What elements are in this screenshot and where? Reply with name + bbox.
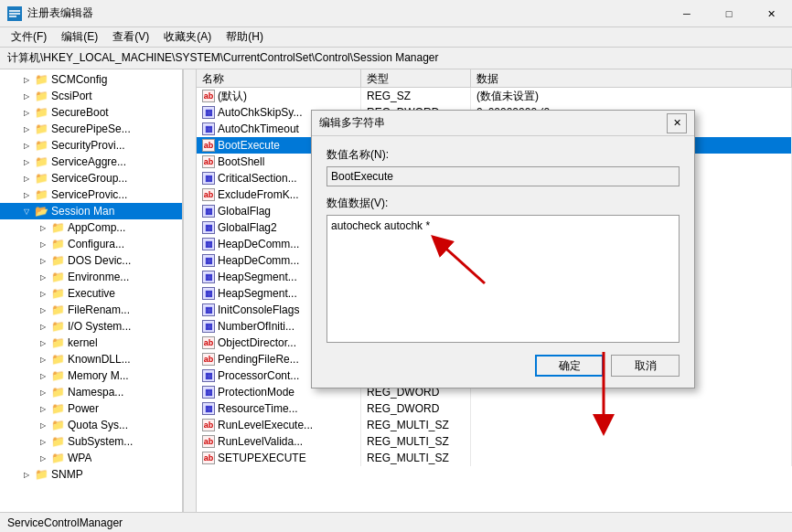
tree-item-subsystem[interactable]: ▷ 📁 SubSystem... xyxy=(0,433,182,450)
reg-type-icon: ▦ xyxy=(202,386,215,399)
tree-item-namespa[interactable]: ▷ 📁 Namespa... xyxy=(0,384,182,400)
maximize-button[interactable]: □ xyxy=(708,0,750,27)
tree-item-filerename[interactable]: ▷ 📁 FileRenam... xyxy=(0,302,182,318)
tree-item-power[interactable]: ▷ 📁 Power xyxy=(0,400,182,417)
reg-name: ResourceTime... xyxy=(218,402,298,415)
menu-file[interactable]: 文件(F) xyxy=(4,27,54,47)
address-bar: 计算机\HKEY_LOCAL_MACHINE\SYSTEM\CurrentCon… xyxy=(0,48,792,69)
expand-icon: ▷ xyxy=(20,122,33,135)
reg-type-icon: ab xyxy=(202,435,215,448)
col-name: 名称 xyxy=(197,69,361,87)
svg-rect-2 xyxy=(9,13,20,15)
reg-type-icon: ▦ xyxy=(202,205,215,218)
svg-rect-3 xyxy=(9,16,16,17)
menu-favorites[interactable]: 收藏夹(A) xyxy=(156,27,219,47)
tree-item-knowndll[interactable]: ▷ 📁 KnownDLL... xyxy=(0,351,182,367)
tree-item-securityprov[interactable]: ▷ 📁 SecurityProvi... xyxy=(0,137,182,154)
reg-name: RunLevelExecute... xyxy=(218,419,313,431)
status-bar: ServiceControlManager xyxy=(0,512,792,532)
reg-type-icon: ▦ xyxy=(202,320,215,333)
expand-icon: ▷ xyxy=(37,320,49,333)
tree-item-iosystem[interactable]: ▷ 📁 I/O System... xyxy=(0,318,182,335)
ok-button[interactable]: 确定 xyxy=(535,355,604,377)
tree-item-serviceaggr[interactable]: ▷ 📁 ServiceAggre... xyxy=(0,154,182,170)
tree-item-configura[interactable]: ▷ 📁 Configura... xyxy=(0,236,182,252)
expand-icon: ▷ xyxy=(20,73,33,86)
tree-item-sessionman[interactable]: ▽ 📂 Session Man xyxy=(0,203,182,219)
tree-item-secureboot[interactable]: ▷ 📁 SecureBoot xyxy=(0,104,182,121)
minimize-button[interactable]: ─ xyxy=(666,0,708,27)
expand-icon: ▷ xyxy=(37,336,49,349)
table-row[interactable]: ab SETUPEXECUTE REG_MULTI_SZ xyxy=(197,450,792,466)
tree-label: ServiceProvic... xyxy=(51,188,127,201)
reg-name: HeapDeComm... xyxy=(218,238,299,250)
reg-name: BootShell xyxy=(218,155,264,168)
tree-item-scsiport[interactable]: ▷ 📁 ScsiPort xyxy=(0,88,182,104)
reg-name: InitConsoleFlags xyxy=(218,303,299,316)
close-button[interactable]: ✕ xyxy=(750,0,792,27)
tree-item-securepipe[interactable]: ▷ 📁 SecurePipeSe... xyxy=(0,121,182,137)
reg-type-icon: ab xyxy=(202,188,215,201)
tree-item-servicegroup[interactable]: ▷ 📁 ServiceGroup... xyxy=(0,170,182,186)
expand-icon: ▷ xyxy=(37,353,49,366)
cancel-button[interactable]: 取消 xyxy=(611,355,680,377)
value-data-label: 数值数据(V): xyxy=(326,196,680,211)
reg-type-icon: ▦ xyxy=(202,254,215,267)
reg-cell-data xyxy=(471,400,792,417)
reg-type-icon: ▦ xyxy=(202,287,215,300)
reg-cell-type: REG_MULTI_SZ xyxy=(361,433,471,450)
tree-label: Namespa... xyxy=(68,386,123,399)
tree-item-environme[interactable]: ▷ 📁 Environme... xyxy=(0,269,182,285)
value-name-input[interactable] xyxy=(326,166,680,186)
table-row[interactable]: ab RunLevelValida... REG_MULTI_SZ xyxy=(197,433,792,450)
tree-label: ServiceGroup... xyxy=(51,172,127,185)
reg-type-icon: ab xyxy=(202,336,215,349)
tree-label: Quota Sys... xyxy=(68,419,128,431)
reg-type-icon: ▦ xyxy=(202,271,215,283)
reg-name: AutoChkSkipSy... xyxy=(218,106,302,119)
expand-icon: ▷ xyxy=(20,106,33,119)
value-name-label: 数值名称(N): xyxy=(326,147,680,163)
tree-item-scmconfig[interactable]: ▷ 📁 SCMConfig xyxy=(0,71,182,88)
tree-item-snmp[interactable]: ▷ 📁 SNMP xyxy=(0,466,182,483)
tree-item-wpa[interactable]: ▷ 📁 WPA xyxy=(0,450,182,466)
reg-type-icon: ab xyxy=(202,419,215,431)
tree-item-quotasys[interactable]: ▷ 📁 Quota Sys... xyxy=(0,417,182,433)
tree-item-kernel[interactable]: ▷ 📁 kernel xyxy=(0,335,182,351)
table-row[interactable]: ab RunLevelExecute... REG_MULTI_SZ xyxy=(197,417,792,433)
expand-icon: ▷ xyxy=(37,386,49,399)
tree-label: DOS Devic... xyxy=(68,254,131,267)
tree-label: AppComp... xyxy=(68,221,125,234)
tree-item-dosdevic[interactable]: ▷ 📁 DOS Devic... xyxy=(0,252,182,269)
menu-help[interactable]: 帮助(H) xyxy=(219,27,271,47)
tree-item-serviceprov[interactable]: ▷ 📁 ServiceProvic... xyxy=(0,186,182,203)
expand-icon: ▷ xyxy=(37,452,49,464)
tree-label: I/O System... xyxy=(68,320,131,333)
expand-icon: ▷ xyxy=(20,139,33,152)
tree-label: SecurityProvi... xyxy=(51,139,125,152)
tree-item-executive[interactable]: ▷ 📁 Executive xyxy=(0,285,182,302)
table-row[interactable]: ▦ ResourceTime... REG_DWORD xyxy=(197,400,792,417)
reg-type-icon: ▦ xyxy=(202,221,215,234)
dialog-close-button[interactable]: ✕ xyxy=(667,113,687,133)
tree-label: Environme... xyxy=(68,271,129,283)
menu-view[interactable]: 查看(V) xyxy=(105,27,156,47)
dialog-title: 编辑多字符串 xyxy=(319,115,667,131)
tree-scrollbar[interactable] xyxy=(183,69,196,532)
reg-name: HeapSegment... xyxy=(218,271,297,283)
value-data-textarea[interactable] xyxy=(326,215,680,343)
tree-label: SCMConfig xyxy=(51,73,107,86)
reg-cell-data xyxy=(471,433,792,450)
expand-icon: ▷ xyxy=(20,155,33,168)
reg-header: 名称 类型 数据 xyxy=(197,69,792,88)
menu-edit[interactable]: 编辑(E) xyxy=(54,27,105,47)
expand-icon: ▷ xyxy=(20,172,33,185)
reg-type-icon: ▦ xyxy=(202,238,215,250)
menu-bar: 文件(F) 编辑(E) 查看(V) 收藏夹(A) 帮助(H) xyxy=(0,27,792,48)
expand-icon: ▽ xyxy=(20,205,33,218)
address-path: 计算机\HKEY_LOCAL_MACHINE\SYSTEM\CurrentCon… xyxy=(7,50,439,66)
tree-label: Configura... xyxy=(68,238,124,250)
tree-item-appcomp[interactable]: ▷ 📁 AppComp... xyxy=(0,219,182,236)
table-row[interactable]: ab (默认) REG_SZ (数值未设置) xyxy=(197,88,792,104)
tree-item-memorym[interactable]: ▷ 📁 Memory M... xyxy=(0,367,182,384)
